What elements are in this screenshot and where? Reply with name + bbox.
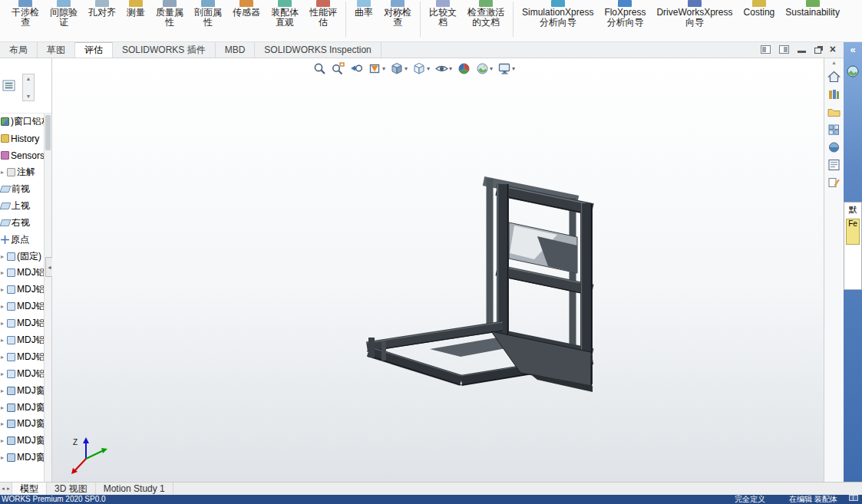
- tree-item-fixed-component[interactable]: ▸(固定) M: [0, 248, 44, 265]
- tree-item-component[interactable]: ▸MDJ铝型: [0, 298, 44, 315]
- expander-icon[interactable]: ▸: [1, 387, 5, 394]
- tab-solidworks-addins[interactable]: SOLIDWORKS 插件: [113, 42, 216, 58]
- expander-icon[interactable]: ▸: [1, 169, 5, 176]
- note-pencil-icon: [827, 176, 841, 189]
- product-version-label: WORKS Premium 2020 SP0.0: [2, 495, 106, 504]
- appearance-sphere-icon: [827, 141, 841, 153]
- file-explorer-button[interactable]: [826, 103, 843, 120]
- component-icon: [7, 268, 15, 277]
- scroll-left-icon[interactable]: ◄: [1, 486, 5, 491]
- tree-item-component[interactable]: ▸MDJ铝型: [0, 348, 44, 365]
- tab-motion-study-1[interactable]: Motion Study 1: [96, 483, 173, 495]
- tree-item-component[interactable]: ▸MDJ窗口: [0, 399, 44, 416]
- custom-properties-button[interactable]: [826, 156, 843, 173]
- driveworksxpress-button[interactable]: DriveWorksXpress向导: [651, 0, 738, 42]
- tree-item-component[interactable]: ▸MDJ铝型: [0, 282, 44, 298]
- tree-item-annotations[interactable]: ▸注解: [0, 164, 44, 181]
- tree-item-sensors[interactable]: Sensors: [0, 147, 44, 164]
- expander-icon[interactable]: ▸: [1, 420, 5, 427]
- curvature-icon: [357, 0, 371, 7]
- dock-pane-left-icon[interactable]: [761, 45, 771, 54]
- floxpress-button[interactable]: FloXpress分析向导: [599, 0, 651, 42]
- featuremanager-tree-tab-icon[interactable]: [2, 79, 16, 93]
- tab-mbd[interactable]: MBD: [216, 42, 256, 58]
- tab-sketch[interactable]: 草图: [38, 42, 75, 58]
- featuremanager-header: ▲ ▼: [0, 58, 51, 114]
- tab-solidworks-inspection[interactable]: SOLIDWORKS Inspection: [255, 42, 381, 58]
- expander-icon[interactable]: ▸: [1, 404, 5, 411]
- assembly-visualization-button[interactable]: 装配体直观: [266, 0, 304, 42]
- tree-item-component[interactable]: ▸MDJ铝型: [0, 365, 44, 382]
- check-active-document-button[interactable]: 检查激活的文档: [462, 0, 510, 42]
- tab-layout[interactable]: 布局: [0, 42, 38, 58]
- appearances-scenes-button[interactable]: [826, 138, 843, 156]
- tree-item-component[interactable]: ▸MDJ窗口: [0, 433, 44, 450]
- solidworks-forum-button[interactable]: [826, 173, 843, 191]
- restore-button[interactable]: [814, 48, 821, 54]
- close-button[interactable]: ×: [830, 44, 836, 54]
- tree-item-origin[interactable]: 原点: [0, 231, 44, 248]
- expander-icon[interactable]: ▸: [1, 437, 5, 444]
- simulationxpress-button[interactable]: SimulationXpress分析向导: [517, 0, 599, 42]
- mass-properties-button[interactable]: 质量属性: [150, 0, 189, 42]
- solidworks-resources-button[interactable]: [826, 68, 843, 85]
- expander-icon[interactable]: ▸: [1, 454, 5, 461]
- panel-splitter-control[interactable]: ▲ ▼: [22, 74, 35, 101]
- ribbon-separator: [513, 2, 514, 37]
- tab-3d-views[interactable]: 3D 视图: [47, 483, 96, 495]
- sustainability-button[interactable]: Sustainability: [780, 0, 845, 42]
- measure-button[interactable]: 测量: [121, 0, 150, 42]
- design-library-button[interactable]: [826, 85, 843, 103]
- symmetry-check-button[interactable]: 对称检查: [378, 0, 417, 42]
- scroll-down-icon[interactable]: ▼: [26, 94, 31, 99]
- dock-pane-right-icon[interactable]: [779, 45, 789, 54]
- tree-scrollbar-thumb[interactable]: [45, 115, 51, 150]
- expander-icon[interactable]: ▸: [1, 337, 5, 344]
- reference-triad[interactable]: Z: [65, 431, 111, 477]
- tree-item-right-plane[interactable]: 右视: [0, 214, 44, 231]
- view-palette-button[interactable]: [826, 120, 843, 138]
- expander-icon[interactable]: ▸: [1, 253, 5, 260]
- sensors-button[interactable]: 传感器: [227, 0, 266, 42]
- tree-item-history[interactable]: History: [0, 130, 44, 147]
- scroll-right-icon[interactable]: ►: [6, 486, 11, 491]
- tree-item-component[interactable]: ▸MDJ铝型: [0, 265, 44, 282]
- tree-item-assembly-root[interactable]: )窗口铝材: [0, 114, 44, 130]
- expand-task-pane-button[interactable]: «: [844, 42, 862, 55]
- hole-alignment-button[interactable]: 孔对齐: [83, 0, 121, 42]
- tab-model[interactable]: 模型: [12, 483, 47, 495]
- clearance-verification-button[interactable]: 间隙验证: [45, 0, 83, 42]
- resources-sphere-icon[interactable]: [846, 64, 860, 78]
- expander-icon[interactable]: ▸: [1, 320, 5, 327]
- expander-icon[interactable]: ▸: [1, 354, 5, 361]
- assembly-model[interactable]: [52, 58, 824, 482]
- expander-icon[interactable]: ▸: [1, 371, 5, 377]
- expander-icon[interactable]: ▸: [1, 286, 5, 293]
- scroll-up-icon[interactable]: ▲: [26, 76, 31, 81]
- compare-documents-button[interactable]: 比较文档: [424, 0, 462, 42]
- tree-item-component[interactable]: ▸MDJ窗口: [0, 382, 44, 399]
- tree-item-component[interactable]: ▸MDJ窗口: [0, 416, 44, 433]
- tree-scrollbar[interactable]: [44, 114, 51, 482]
- expander-icon[interactable]: ▸: [1, 269, 5, 276]
- feature-tree: )窗口铝材 History Sensors ▸注解 前视 上视 右视 原点 ▸(…: [0, 114, 44, 466]
- tree-item-component[interactable]: ▸MDJ铝型: [0, 315, 44, 332]
- scroll-up-icon[interactable]: ▲: [831, 60, 837, 68]
- check-active-document-icon: [479, 0, 493, 7]
- curvature-button[interactable]: 曲率: [349, 0, 378, 42]
- tree-item-component[interactable]: ▸MDJ铝型: [0, 332, 44, 349]
- interference-check-button[interactable]: 干涉检查: [6, 0, 45, 42]
- tree-item-top-plane[interactable]: 上视: [0, 197, 44, 214]
- tree-item-component[interactable]: ▸MDJ窗口: [0, 450, 44, 466]
- expander-icon[interactable]: ▸: [1, 303, 5, 310]
- tree-item-front-plane[interactable]: 前视: [0, 181, 44, 198]
- tab-scroll-buttons[interactable]: ◄ ►: [0, 483, 12, 495]
- costing-button[interactable]: Costing: [738, 0, 781, 42]
- appearance-swatch[interactable]: Fe: [846, 219, 860, 245]
- minimize-button[interactable]: [798, 45, 806, 53]
- section-properties-button[interactable]: 剖面属性: [189, 0, 227, 42]
- performance-evaluation-button[interactable]: 性能评估: [304, 0, 342, 42]
- graphics-area[interactable]: ▾ ▾ ▾ ▾ ▾ ▾: [52, 58, 824, 482]
- tab-evaluate[interactable]: 评估: [75, 42, 113, 58]
- pane-toggle-icon[interactable]: [849, 495, 858, 501]
